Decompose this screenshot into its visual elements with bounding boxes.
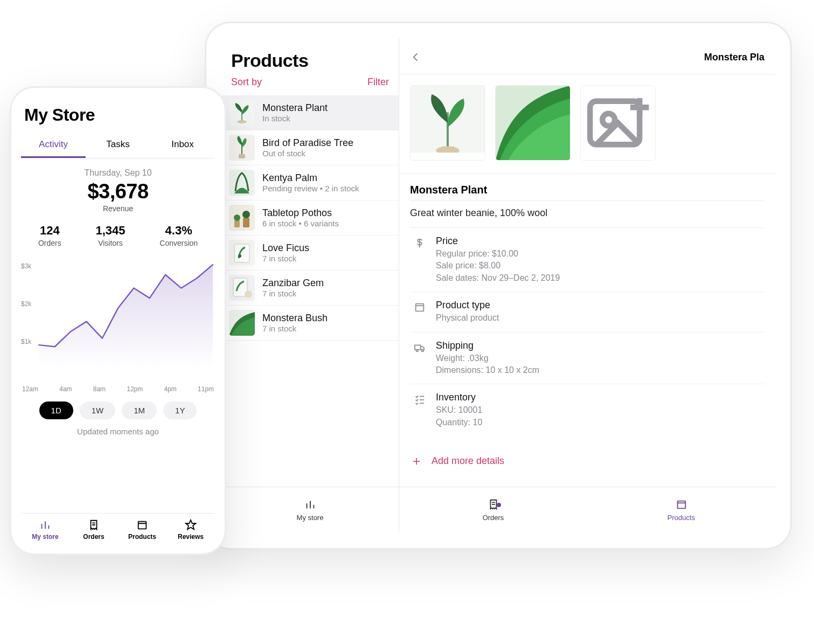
inventory-qty: Quantity: 10 [436,417,482,428]
svg-point-1 [237,120,247,123]
revenue-value: $3,678 [21,180,215,203]
type-title: Product type [436,300,499,311]
svg-point-9 [242,211,250,218]
svg-point-8 [234,214,240,221]
checklist-icon [412,392,427,407]
products-title: Products [231,50,389,71]
tab-my-store[interactable]: My store [21,514,69,544]
tab-label: Products [128,533,156,541]
notification-dot-icon [497,503,501,507]
tab-orders[interactable]: Orders [399,487,587,533]
svg-rect-19 [411,153,485,160]
metric-visitors[interactable]: 1,345 Visitors [95,224,125,247]
svg-rect-27 [415,345,421,349]
tab-tasks[interactable]: Tasks [86,134,150,158]
shipping-section[interactable]: Shipping Weight: .03kg Dimensions: 10 x … [410,333,764,385]
product-type-section[interactable]: Product type Physical product [410,292,764,332]
metric-label: Conversion [159,239,198,247]
filter-button[interactable]: Filter [367,77,389,88]
product-name: Love Ficus [262,243,309,254]
product-thumb [229,275,255,301]
product-list-item[interactable]: Kentya Palm Pending review • 2 in stock [221,165,399,200]
x-axis-labels: 12am 4am 8am 12pm 4pm 11pm [21,385,215,393]
product-thumb [229,310,255,336]
x-tick: 8am [93,385,106,393]
store-title: My Store [24,105,212,125]
products-panel: Products Sort by Filter Monstera Plant I… [221,38,399,533]
svg-point-29 [422,349,424,351]
inventory-sku: SKU: 10001 [436,404,482,416]
revenue-chart[interactable]: $3k $2k $1k 12am 4am 8am 12pm 4pm 11pm [21,258,215,393]
product-status: 6 in stock • 6 variants [262,219,339,228]
x-tick: 12pm [127,385,143,393]
product-list-item[interactable]: Love Ficus 7 in stock [221,236,399,271]
shipping-dimensions: Dimensions: 10 x 10 x 2cm [436,364,539,376]
tablet-tabbar: My store Orders Products [221,487,775,533]
range-1m[interactable]: 1M [122,401,157,419]
svg-rect-6 [234,220,240,227]
range-1w[interactable]: 1W [80,401,116,419]
range-1y[interactable]: 1Y [163,401,197,419]
sort-by-button[interactable]: Sort by [231,77,262,88]
tab-label: Orders [483,514,504,522]
add-more-details-button[interactable]: ＋ Add more details [410,452,764,469]
regular-price: Regular price: $10.00 [436,248,560,260]
add-image-button[interactable] [580,85,656,161]
tab-my-store[interactable]: My store [221,487,399,533]
sale-dates: Sale dates: Nov 29–Dec 2, 2019 [436,272,560,284]
svg-point-15 [245,290,252,298]
products-list: Monstera Plant In stock Bird of Paradise… [221,95,399,533]
svg-rect-38 [677,501,685,509]
tab-activity[interactable]: Activity [21,134,86,158]
gallery-image[interactable] [410,85,485,161]
product-detail-panel: Monstera Pla [399,38,775,533]
metric-conversion[interactable]: 4.3% Conversion [159,224,198,247]
product-name: Monstera Bush [262,313,328,324]
price-section[interactable]: Price Regular price: $10.00 Sale price: … [410,228,764,292]
product-list-item[interactable]: Tabletop Pothos 6 in stock • 6 variants [221,200,399,236]
svg-rect-7 [243,218,249,227]
metric-value: 1,345 [95,224,125,238]
metric-value: 4.3% [159,224,198,238]
x-tick: 11pm [198,385,214,393]
svg-point-28 [416,349,419,351]
back-button[interactable] [407,48,425,66]
phone-tabbar: My store Orders Products Reviews [21,513,215,544]
tab-products[interactable]: Products [587,487,775,533]
tab-label: Products [667,514,695,522]
product-thumb [229,240,255,266]
range-1d[interactable]: 1D [39,401,73,419]
product-status: 7 in stock [262,289,324,298]
phone-device: My Store Activity Tasks Inbox Thursday, … [10,86,226,555]
date-label: Thursday, Sep 10 [21,168,215,178]
tab-reviews[interactable]: Reviews [166,514,215,544]
product-list-item[interactable]: Bird of Paradise Tree Out of stock [221,130,399,165]
product-thumb [229,170,255,196]
product-thumb [229,205,255,231]
x-tick: 4pm [164,385,176,393]
metric-label: Visitors [95,239,125,247]
product-status: Out of stock [262,149,353,158]
tab-inbox[interactable]: Inbox [150,134,215,158]
product-name: Bird of Paradise Tree [262,137,353,149]
tab-orders[interactable]: Orders [69,514,118,544]
inventory-title: Inventory [436,392,482,403]
product-thumb [229,100,255,126]
tab-label: My store [297,514,324,522]
product-thumb [229,135,255,161]
gallery-image[interactable] [495,85,571,161]
product-list-item[interactable]: Monstera Plant In stock [221,95,399,130]
product-list-item[interactable]: Zanzibar Gem 7 in stock [221,271,399,306]
price-title: Price [436,236,560,247]
inventory-section[interactable]: Inventory SKU: 10001 Quantity: 10 [410,384,764,436]
shipping-title: Shipping [436,340,539,351]
product-status: 7 in stock [262,324,328,333]
svg-rect-45 [138,522,147,529]
tab-label: Orders [83,533,104,541]
box-icon [412,300,427,315]
tab-products[interactable]: Products [118,514,166,544]
metric-orders[interactable]: 124 Orders [38,224,61,247]
product-description: Great winter beanie, 100% wool [410,207,764,219]
product-list-item[interactable]: Monstera Bush 7 in stock [221,306,399,341]
x-tick: 12am [22,385,38,393]
